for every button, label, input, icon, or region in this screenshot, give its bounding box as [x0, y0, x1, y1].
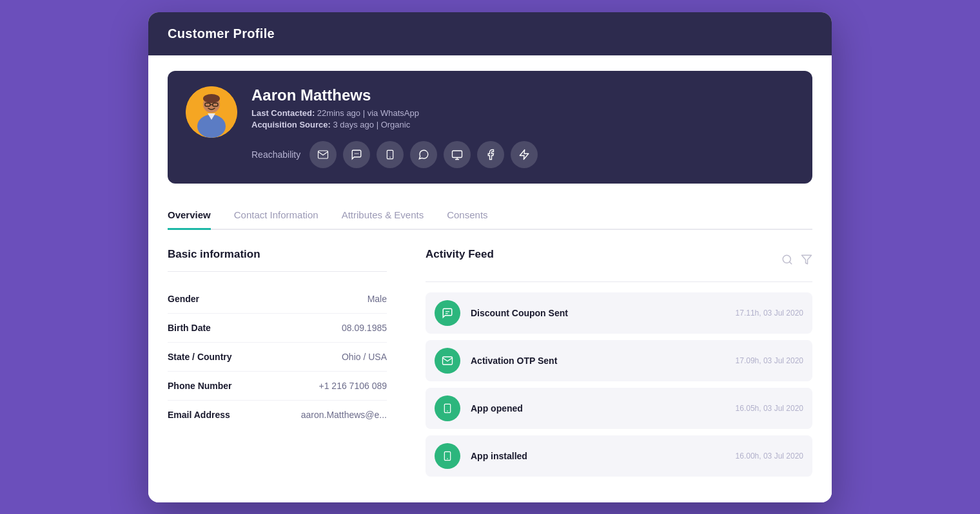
info-row-state-country: State / Country Ohio / USA [168, 343, 387, 372]
svg-point-7 [355, 153, 356, 154]
activity-feed-title: Activity Feed [426, 248, 494, 261]
main-content: Basic information Gender Male Birth Date… [168, 248, 812, 483]
avatar [186, 86, 237, 138]
search-activity-button[interactable] [781, 254, 793, 265]
activity-event-text: App opened [471, 403, 725, 414]
svg-point-8 [357, 153, 358, 154]
info-row-gender: Gender Male [168, 285, 387, 314]
email-label: Email Address [168, 410, 230, 420]
webpush-reach-button[interactable] [444, 141, 471, 168]
svg-line-17 [789, 262, 791, 263]
acquisition-value: 3 days ago | Organic [333, 120, 410, 129]
svg-point-9 [358, 153, 359, 154]
tabs-row: Overview Contact Information Attributes … [168, 202, 812, 230]
tab-consents[interactable]: Consents [447, 202, 487, 230]
gender-label: Gender [168, 294, 199, 304]
activity-divider [426, 281, 812, 282]
info-row-birthdate: Birth Date 08.09.1985 [168, 314, 387, 343]
tab-contact-info[interactable]: Contact Information [234, 202, 318, 230]
svg-point-2 [203, 94, 220, 103]
profile-banner: Aaron Matthews Last Contacted: 22mins ag… [168, 71, 812, 184]
activity-feed-section: Activity Feed [426, 248, 812, 483]
reachability-label: Reachability [251, 149, 300, 160]
activity-item: Activation OTP Sent 17.09h, 03 Jul 2020 [426, 340, 812, 381]
svg-rect-12 [453, 151, 462, 158]
whatsapp-reach-button[interactable] [410, 141, 437, 168]
basic-info-section: Basic information Gender Male Birth Date… [168, 248, 387, 483]
activity-event-time: 17.09h, 03 Jul 2020 [736, 356, 803, 365]
birthdate-value: 08.09.1985 [342, 323, 387, 333]
email-value: aaron.Matthews@e... [301, 410, 387, 420]
info-row-email: Email Address aaron.Matthews@e... [168, 401, 387, 429]
facebook-reach-button[interactable] [477, 141, 504, 168]
activity-icon-chat [435, 300, 460, 326]
basic-info-title: Basic information [168, 248, 387, 261]
email-reach-button[interactable] [309, 141, 337, 168]
activity-item: Discount Coupon Sent 17.11h, 03 Jul 2020 [426, 292, 812, 334]
state-country-value: Ohio / USA [342, 352, 387, 362]
last-contacted-label: Last Contacted: [251, 108, 315, 118]
activity-actions [781, 254, 812, 265]
activity-item: App installed 16.00h, 03 Jul 2020 [426, 435, 812, 477]
acquisition-label: Acquisition Source: [251, 120, 331, 129]
info-row-phone: Phone Number +1 216 7106 089 [168, 372, 387, 401]
activity-event-text: Discount Coupon Sent [471, 308, 725, 318]
phone-label: Phone Number [168, 381, 232, 391]
activity-event-time: 17.11h, 03 Jul 2020 [736, 309, 803, 318]
customer-profile-card: Customer Profile [148, 12, 832, 502]
activity-icon-mobile2 [435, 443, 460, 469]
birthdate-label: Birth Date [168, 323, 211, 333]
last-contacted-meta: Last Contacted: 22mins ago | via WhatsAp… [251, 108, 794, 118]
activity-icon-mobile [435, 395, 460, 421]
page-title: Customer Profile [168, 26, 275, 41]
activity-event-text: App installed [471, 451, 725, 461]
acquisition-meta: Acquisition Source: 3 days ago | Organic [251, 120, 794, 129]
profile-name: Aaron Matthews [251, 86, 794, 104]
gender-value: Male [368, 294, 387, 304]
last-contacted-value: 22mins ago | via WhatsApp [317, 108, 419, 118]
avatar-wrap [186, 86, 237, 138]
basic-info-divider [168, 271, 387, 272]
tab-attributes[interactable]: Attributes & Events [342, 202, 424, 230]
svg-marker-15 [520, 149, 529, 159]
tab-overview[interactable]: Overview [168, 202, 211, 230]
card-header: Customer Profile [148, 12, 832, 55]
reachability-row: Reachability [251, 141, 794, 168]
push-reach-button[interactable] [377, 141, 404, 168]
filter-activity-button[interactable] [801, 254, 812, 265]
state-country-label: State / Country [168, 352, 232, 362]
profile-info: Aaron Matthews Last Contacted: 22mins ag… [251, 86, 794, 168]
reach-icons [309, 141, 538, 168]
sms-reach-button[interactable] [343, 141, 370, 168]
svg-marker-18 [802, 255, 812, 264]
app-reach-button[interactable] [511, 141, 538, 168]
activity-event-text: Activation OTP Sent [471, 356, 725, 366]
card-body: Aaron Matthews Last Contacted: 22mins ag… [148, 55, 832, 502]
activity-icon-email [435, 348, 460, 374]
activity-event-time: 16.00h, 03 Jul 2020 [736, 452, 803, 461]
activity-event-time: 16.05h, 03 Jul 2020 [736, 404, 803, 413]
activity-item: App opened 16.05h, 03 Jul 2020 [426, 388, 812, 429]
activity-feed-header: Activity Feed [426, 248, 812, 271]
phone-value: +1 216 7106 089 [319, 381, 387, 391]
